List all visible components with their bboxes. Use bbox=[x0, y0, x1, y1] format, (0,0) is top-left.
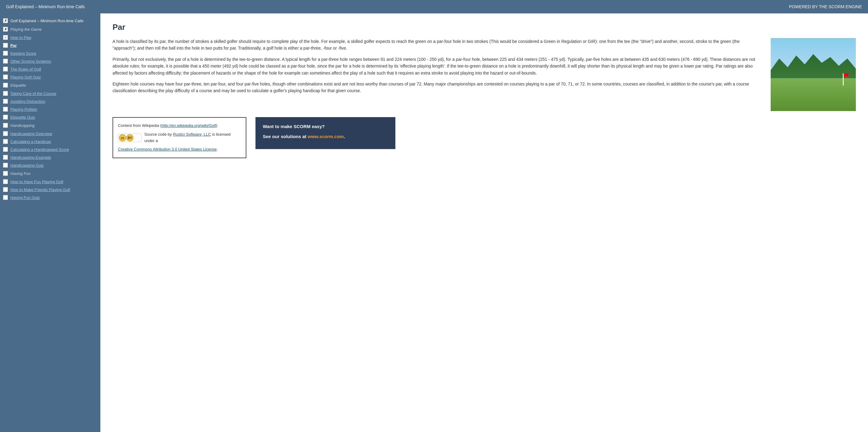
scorm-box: Want to make SCORM easy? See our solutio… bbox=[255, 117, 395, 149]
item-checkbox-3-2 bbox=[3, 195, 8, 200]
powered-by: POWERED BY THE SCORM ENGINE bbox=[789, 4, 862, 9]
item-link-2-3[interactable]: Handicapping Example bbox=[10, 155, 51, 160]
item-link-3-1[interactable]: How to Make Friends Playing Golf bbox=[10, 187, 70, 192]
scorm-line2-prefix: See our solutions at bbox=[263, 134, 308, 139]
main-layout: Golf Explained – Minimum Run-time Calls … bbox=[0, 13, 868, 432]
sidebar-item-1-2[interactable]: Playing Politely bbox=[0, 105, 100, 113]
golf-course-image bbox=[771, 38, 856, 111]
source-text: Source code by Rustici Software, LLC is … bbox=[145, 131, 241, 144]
cc-badge: cc BY bbox=[118, 133, 142, 142]
item-link-3-2[interactable]: Having Fun Quiz bbox=[10, 195, 40, 200]
scorm-line1: Want to make SCORM easy? bbox=[263, 123, 388, 130]
item-checkbox-3-0 bbox=[3, 179, 8, 184]
sidebar-item-3-2[interactable]: Having Fun Quiz bbox=[0, 193, 100, 202]
item-checkbox-0-3 bbox=[3, 59, 8, 64]
section-checkbox-1 bbox=[3, 83, 8, 88]
item-checkbox-1-1 bbox=[3, 99, 8, 104]
item-link-0-0[interactable]: How to Play bbox=[10, 35, 31, 40]
item-link-2-2[interactable]: Calculating a Handicapped Score bbox=[10, 147, 69, 152]
sidebar-section-2: Handicapping bbox=[0, 121, 100, 130]
item-link-0-4[interactable]: The Rules of Golf bbox=[10, 67, 41, 71]
license-row: Creative Commons Attribution 3.0 United … bbox=[118, 146, 241, 153]
item-link-0-1[interactable]: Par bbox=[10, 43, 17, 48]
item-link-0-2[interactable]: Keeping Score bbox=[10, 51, 36, 56]
sidebar-item-0-1[interactable]: Par bbox=[0, 41, 100, 49]
section-checkbox-0 bbox=[3, 27, 8, 32]
item-link-0-5[interactable]: Playing Golf Quiz bbox=[10, 75, 41, 80]
item-checkbox-1-2 bbox=[3, 107, 8, 112]
item-checkbox-2-4 bbox=[3, 163, 8, 167]
wikipedia-box: Content from Wikipedia (http://en.wikipe… bbox=[113, 117, 246, 158]
sidebar-section-3: Having Fun bbox=[0, 169, 100, 178]
sidebar-item-2-1[interactable]: Calculating a Handicap bbox=[0, 137, 100, 146]
sidebar-sections: Playing the GameHow to PlayParKeeping Sc… bbox=[0, 25, 100, 202]
item-checkbox-0-0 bbox=[3, 35, 8, 40]
sidebar-item-3-0[interactable]: How to Have Fun Playing Golf bbox=[0, 178, 100, 186]
license-link[interactable]: Creative Commons Attribution 3.0 United … bbox=[118, 147, 217, 152]
item-checkbox-2-1 bbox=[3, 139, 8, 144]
sidebar-item-0-5[interactable]: Playing Golf Quiz bbox=[0, 73, 100, 81]
scorm-period: . bbox=[344, 134, 345, 139]
sidebar-root-item[interactable]: Golf Explained – Minimum Run-time Calls bbox=[0, 17, 100, 25]
item-link-0-3[interactable]: Other Scoring Systems bbox=[10, 59, 51, 64]
sidebar-item-2-4[interactable]: Handicapping Quiz bbox=[0, 161, 100, 169]
sidebar-item-1-3[interactable]: Etiquette Quiz bbox=[0, 113, 100, 121]
sidebar-item-1-0[interactable]: Taking Care of the Course bbox=[0, 89, 100, 97]
cc-icon-row: cc BY Source code by Rustici Software, L… bbox=[118, 131, 241, 144]
item-link-3-0[interactable]: How to Have Fun Playing Golf bbox=[10, 180, 63, 184]
wiki-suffix: ) bbox=[216, 123, 217, 128]
item-checkbox-3-1 bbox=[3, 187, 8, 192]
cc-svg: cc BY bbox=[119, 134, 140, 142]
top-bar: Golf Explained – Minimum Run-time Calls … bbox=[0, 0, 868, 13]
wiki-link[interactable]: http://en.wikipedia.org/wiki/Golf bbox=[161, 123, 216, 128]
scorm-link[interactable]: www.scorm.com bbox=[308, 134, 344, 139]
sidebar-section-1: Etiquette bbox=[0, 81, 100, 89]
scorm-line2: See our solutions at www.scorm.com. bbox=[263, 133, 388, 140]
item-checkbox-0-4 bbox=[3, 67, 8, 71]
sidebar-item-0-0[interactable]: How to Play bbox=[0, 33, 100, 41]
sidebar-item-3-1[interactable]: How to Make Friends Playing Golf bbox=[0, 186, 100, 193]
root-label: Golf Explained – Minimum Run-time Calls bbox=[10, 19, 84, 23]
sidebar-item-2-0[interactable]: Handicapping Overview bbox=[0, 130, 100, 137]
item-link-2-0[interactable]: Handicapping Overview bbox=[10, 131, 52, 136]
item-checkbox-2-3 bbox=[3, 155, 8, 160]
item-link-1-3[interactable]: Etiquette Quiz bbox=[10, 115, 35, 120]
item-link-1-2[interactable]: Playing Politely bbox=[10, 107, 37, 112]
item-link-1-1[interactable]: Avoiding Distraction bbox=[10, 99, 45, 104]
content-body: A hole is classified by its par, the num… bbox=[113, 38, 856, 111]
sidebar-item-1-1[interactable]: Avoiding Distraction bbox=[0, 97, 100, 105]
section-checkbox-2 bbox=[3, 123, 8, 128]
svg-text:cc: cc bbox=[121, 136, 125, 140]
section-label-3: Having Fun bbox=[10, 171, 30, 176]
wiki-prefix: Content from Wikipedia ( bbox=[118, 123, 161, 128]
paragraph-3: Eighteen hole courses may have four par-… bbox=[113, 81, 762, 94]
footer-boxes: Content from Wikipedia (http://en.wikipe… bbox=[113, 117, 856, 158]
sidebar-item-0-2[interactable]: Keeping Score bbox=[0, 49, 100, 57]
image-flag bbox=[843, 73, 844, 86]
content-text: A hole is classified by its par, the num… bbox=[113, 38, 762, 111]
item-link-2-1[interactable]: Calculating a Handicap bbox=[10, 139, 51, 144]
item-checkbox-2-0 bbox=[3, 131, 8, 136]
source-link[interactable]: Rustici Software, LLC bbox=[173, 132, 211, 136]
section-label-2: Handicapping bbox=[10, 123, 35, 128]
item-checkbox-0-2 bbox=[3, 51, 8, 56]
item-checkbox-0-1 bbox=[3, 43, 8, 48]
main-content: Par A hole is classified by its par, the… bbox=[100, 13, 868, 432]
item-checkbox-0-5 bbox=[3, 74, 8, 80]
paragraph-2: Primarily, but not exclusively, the par … bbox=[113, 56, 762, 76]
sidebar-item-2-3[interactable]: Handicapping Example bbox=[0, 153, 100, 161]
root-checkbox bbox=[3, 18, 8, 23]
section-checkbox-3 bbox=[3, 171, 8, 176]
item-link-1-0[interactable]: Taking Care of the Course bbox=[10, 91, 56, 96]
item-checkbox-1-3 bbox=[3, 115, 8, 120]
sidebar-item-0-4[interactable]: The Rules of Golf bbox=[0, 65, 100, 73]
section-label-1: Etiquette bbox=[10, 83, 26, 88]
item-link-2-4[interactable]: Handicapping Quiz bbox=[10, 163, 44, 167]
sidebar-item-2-2[interactable]: Calculating a Handicapped Score bbox=[0, 146, 100, 153]
svg-text:BY: BY bbox=[128, 136, 132, 140]
item-checkbox-2-2 bbox=[3, 147, 8, 152]
sidebar: Golf Explained – Minimum Run-time Calls … bbox=[0, 13, 100, 432]
sidebar-item-0-3[interactable]: Other Scoring Systems bbox=[0, 57, 100, 65]
sidebar-section-0: Playing the Game bbox=[0, 25, 100, 33]
app-title: Golf Explained – Minimum Run-time Calls bbox=[6, 4, 85, 9]
